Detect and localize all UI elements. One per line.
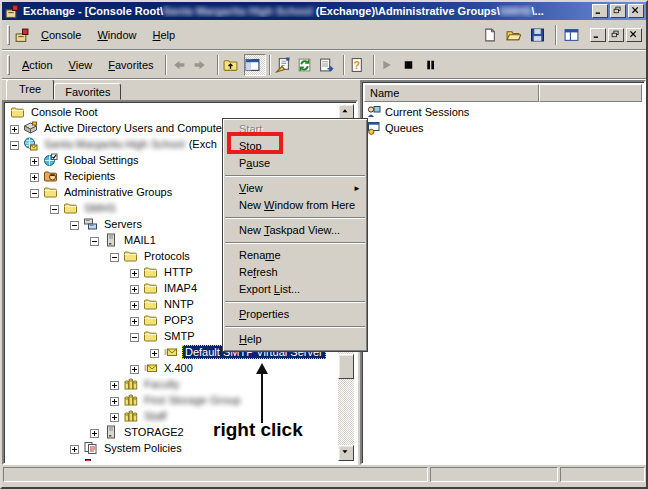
list-item-label[interactable]: Current Sessions: [385, 106, 469, 118]
list-item-label[interactable]: Queues: [385, 122, 424, 134]
expand-icon[interactable]: [130, 364, 139, 373]
scroll-down-button[interactable]: [338, 445, 354, 461]
list-item[interactable]: Current Sessions: [364, 104, 642, 120]
tree-item-label[interactable]: MAIL1: [122, 234, 158, 246]
folder-icon: [143, 265, 158, 279]
save-button[interactable]: [528, 24, 550, 46]
back-button[interactable]: [170, 54, 192, 76]
storage-group-icon: [123, 409, 138, 423]
expand-icon[interactable]: [150, 348, 159, 357]
new-button[interactable]: [480, 24, 502, 46]
tab-favorites[interactable]: Favorites: [54, 83, 121, 100]
tree-item-label[interactable]: Console Root: [29, 106, 100, 118]
toolbar-grip[interactable]: [7, 55, 10, 75]
tree-item-label[interactable]: Administrative Groups: [62, 186, 174, 198]
tree-item[interactable]: System Policies: [6, 440, 338, 456]
folder-icon: [143, 313, 158, 327]
tree-item-label[interactable]: Staff: [142, 410, 168, 422]
expand-icon[interactable]: [130, 316, 139, 325]
menu-item-refresh[interactable]: Refresh: [223, 264, 367, 281]
minimize-button[interactable]: [592, 4, 608, 18]
collapse-icon[interactable]: [50, 204, 59, 213]
expand-icon[interactable]: [130, 268, 139, 277]
expand-icon[interactable]: [70, 460, 79, 462]
toolbar-menu-action[interactable]: Action: [14, 56, 61, 74]
menu-item-new-window-from-here[interactable]: New Window from Here: [223, 197, 367, 214]
menu-window[interactable]: Window: [89, 26, 144, 44]
tree-item-label[interactable]: IMAP4: [162, 282, 199, 294]
minimize-button[interactable]: [590, 28, 606, 42]
layout-icon-button[interactable]: [562, 24, 584, 46]
close-button[interactable]: [626, 28, 642, 42]
stop-button[interactable]: [400, 54, 422, 76]
tree-item-label[interactable]: X.400: [162, 362, 195, 374]
pause-button[interactable]: [422, 54, 444, 76]
tree-item-label[interactable]: First Storage Group: [142, 394, 243, 406]
tree-item-label[interactable]: Faculty: [142, 378, 181, 390]
expand-icon[interactable]: [10, 124, 19, 133]
tree-item[interactable]: First Storage Group: [6, 392, 338, 408]
expand-icon[interactable]: [110, 412, 119, 421]
tree-item[interactable]: Faculty: [6, 376, 338, 392]
tree-item[interactable]: [6, 456, 338, 461]
menu-help[interactable]: Help: [145, 26, 184, 44]
export-list-button[interactable]: [318, 54, 340, 76]
expand-icon[interactable]: [30, 156, 39, 165]
expand-icon[interactable]: [30, 172, 39, 181]
menu-item-help[interactable]: Help: [223, 331, 367, 348]
tree-item-label[interactable]: SMTP: [162, 330, 197, 342]
up-folder-button[interactable]: [222, 54, 244, 76]
help-button[interactable]: ?: [348, 54, 370, 76]
expand-icon[interactable]: [110, 380, 119, 389]
show-tree-button[interactable]: [244, 54, 266, 76]
expand-icon[interactable]: [90, 428, 99, 437]
tree-item-label[interactable]: Protocols: [142, 250, 192, 262]
menu-item-properties[interactable]: Properties: [223, 306, 367, 323]
tree-item-label[interactable]: HTTP: [162, 266, 195, 278]
menu-item-export-list[interactable]: Export List...: [223, 281, 367, 298]
tab-tree[interactable]: Tree: [6, 79, 54, 100]
tree-item-label[interactable]: POP3: [162, 314, 195, 326]
open-button[interactable]: [504, 24, 526, 46]
tree-item-label[interactable]: SMHS: [82, 202, 118, 214]
properties-button[interactable]: [274, 54, 296, 76]
column-header-blank[interactable]: [539, 84, 642, 102]
toolbar-menu-view[interactable]: View: [61, 56, 101, 74]
play-button[interactable]: [378, 54, 400, 76]
expand-icon[interactable]: [130, 284, 139, 293]
menu-item-new-taskpad-view[interactable]: New Taskpad View...: [223, 222, 367, 239]
collapse-icon[interactable]: [70, 220, 79, 229]
tree-item[interactable]: X.400: [6, 360, 338, 376]
menu-item-rename[interactable]: Rename: [223, 247, 367, 264]
expand-icon[interactable]: [70, 444, 79, 453]
collapse-icon[interactable]: [10, 140, 19, 149]
menubar-grip[interactable]: [7, 25, 10, 45]
collapse-icon[interactable]: [30, 188, 39, 197]
tree-item-label[interactable]: System Policies: [102, 442, 184, 454]
restore-button[interactable]: [608, 28, 624, 42]
tree-item-label[interactable]: Active Directory Users and Computers: [42, 122, 233, 134]
forward-button[interactable]: [192, 54, 214, 76]
tree-item-label[interactable]: Global Settings: [62, 154, 141, 166]
toolbar-menu-favorites[interactable]: Favorites: [100, 56, 161, 74]
tree-item-label[interactable]: NNTP: [162, 298, 196, 310]
tree-item-label[interactable]: Servers: [102, 218, 144, 230]
collapse-icon[interactable]: [130, 332, 139, 341]
column-header-name[interactable]: Name: [364, 84, 539, 102]
menu-console[interactable]: Console: [33, 26, 89, 44]
restore-button[interactable]: [610, 4, 626, 18]
list-item[interactable]: Queues: [364, 120, 642, 136]
menu-item-view[interactable]: View►: [223, 180, 367, 197]
expand-icon[interactable]: [130, 300, 139, 309]
refresh-button[interactable]: [296, 54, 318, 76]
tree-item-label[interactable]: STORAGE2: [122, 426, 186, 438]
expand-icon[interactable]: [110, 396, 119, 405]
close-button[interactable]: [628, 4, 644, 18]
tree-item-label[interactable]: Santa Margarita High School: [42, 138, 187, 150]
collapse-icon[interactable]: [90, 236, 99, 245]
menu-item-pause[interactable]: Pause: [223, 155, 367, 172]
collapse-icon[interactable]: [110, 252, 119, 261]
scroll-thumb[interactable]: [338, 354, 354, 379]
title-bar[interactable]: Exchange - [Console Root\Santa Margarita…: [2, 2, 646, 20]
tree-item-label[interactable]: Recipients: [62, 170, 117, 182]
